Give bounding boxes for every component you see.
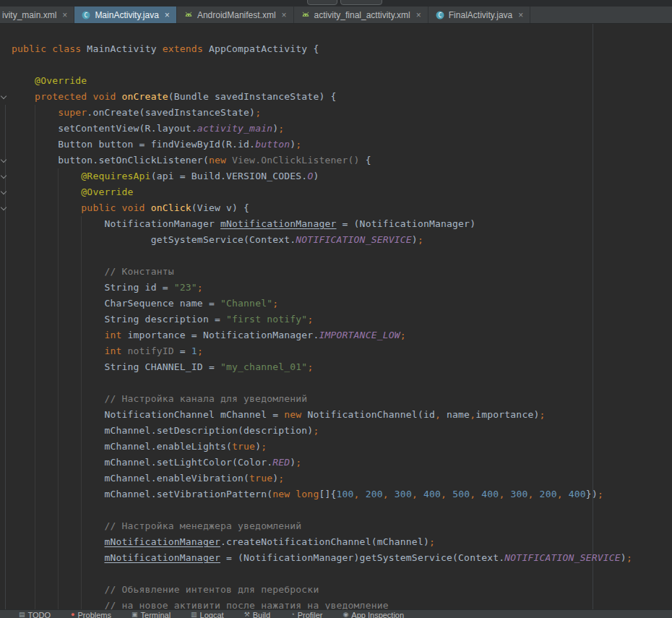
editor-tab-bar: ivity_main.xml × C MainActivity.java × A… xyxy=(0,7,672,24)
code-line[interactable]: setContentView(R.layout.activity_main); xyxy=(12,121,672,137)
code-line[interactable]: // на новое активити после нажатия на ув… xyxy=(12,598,672,609)
tab-label: ivity_main.xml xyxy=(2,10,56,20)
close-icon[interactable]: × xyxy=(165,11,170,20)
code-area[interactable]: public class MainActivity extends AppCom… xyxy=(0,24,672,609)
code-line[interactable]: mChannel.setLightColor(Color.RED); xyxy=(12,455,672,471)
tool-label: TODO xyxy=(28,611,51,618)
tab-activity-main-xml[interactable]: ivity_main.xml × xyxy=(0,7,74,23)
java-class-icon: C xyxy=(81,10,91,20)
tab-label: MainActivity.java xyxy=(95,10,158,20)
code-line[interactable]: getSystemService(Context.NOTIFICATION_SE… xyxy=(12,232,672,248)
tab-finalactivity-java[interactable]: C FinalActivity.java × xyxy=(428,7,531,23)
problems-icon: ● xyxy=(71,611,74,618)
tab-label: activity_final_acttivity.xml xyxy=(314,10,410,20)
code-line[interactable] xyxy=(12,375,672,391)
tab-activity-final-acttivity-xml[interactable]: activity_final_acttivity.xml × xyxy=(294,7,428,23)
tool-window-button-build[interactable]: ⚒ Build xyxy=(244,611,271,618)
code-line[interactable] xyxy=(12,57,672,73)
tool-window-button-profiler[interactable]: ◔ Profiler xyxy=(290,611,322,618)
java-class-icon: C xyxy=(435,10,445,20)
code-line[interactable]: // Обьявление интентов для переброски xyxy=(12,582,672,598)
code-line[interactable]: mChannel.enableVibration(true); xyxy=(12,471,672,486)
code-line[interactable] xyxy=(12,248,672,264)
tool-window-bar: ▤ TODO ● Problems ▣ Terminal ▥ Logcat ⚒ … xyxy=(0,609,672,618)
code-line[interactable]: protected void onCreate(Bundle savedInst… xyxy=(12,89,672,105)
tab-mainactivity-java[interactable]: C MainActivity.java × xyxy=(74,7,177,23)
tab-androidmanifest-xml[interactable]: AndroidManifest.xml × xyxy=(177,7,294,23)
tool-label: Logcat xyxy=(200,611,224,618)
code-line[interactable] xyxy=(12,566,672,582)
code-line[interactable]: Button button = findViewById(R.id.button… xyxy=(12,137,672,153)
terminal-icon: ▣ xyxy=(132,611,138,618)
code-line[interactable]: NotificationChannel mChannel = new Notif… xyxy=(12,407,672,423)
code-line[interactable]: int importance = NotificationManager.IMP… xyxy=(12,327,672,343)
tool-window-button-problems[interactable]: ● Problems xyxy=(71,611,111,618)
tool-window-button-app-inspection[interactable]: ◉ App Inspection xyxy=(343,611,404,618)
tool-label: Profiler xyxy=(298,611,323,618)
tool-label: Terminal xyxy=(141,611,171,618)
code-line[interactable]: String CHANNEL_ID = "my_channel_01"; xyxy=(12,359,672,375)
main-toolbar xyxy=(0,0,672,7)
svg-text:C: C xyxy=(85,12,88,19)
code-line[interactable]: mNotificationManager.createNotificationC… xyxy=(12,534,672,550)
close-icon[interactable]: × xyxy=(518,11,523,20)
tool-label: Problems xyxy=(78,611,111,618)
close-icon[interactable]: × xyxy=(282,11,287,20)
code-line[interactable]: int notifyID = 1; xyxy=(12,343,672,359)
tab-label: FinalActivity.java xyxy=(449,10,512,20)
code-line[interactable]: String description = "first notify"; xyxy=(12,312,672,327)
code-line[interactable]: CharSequence name = "Channel"; xyxy=(12,296,672,312)
code-line[interactable]: @Override xyxy=(12,184,672,200)
toolbar-widget[interactable] xyxy=(307,0,337,5)
profiler-icon: ◔ xyxy=(290,611,294,618)
tool-window-button-todo[interactable]: ▤ TODO xyxy=(19,611,51,618)
logcat-icon: ▥ xyxy=(191,611,197,618)
android-icon xyxy=(301,10,311,20)
code-line[interactable]: mChannel.setDescription(description); xyxy=(12,423,672,439)
android-icon xyxy=(184,10,194,20)
code-line[interactable]: super.onCreate(savedInstanceState); xyxy=(12,105,672,121)
code-line[interactable]: String id = "23"; xyxy=(12,280,672,296)
code-line[interactable]: // Настройка менеджера уведомлений xyxy=(12,518,672,534)
code-line[interactable]: mChannel.setVibrationPattern(new long[]{… xyxy=(12,486,672,502)
code-line[interactable]: mChannel.enableLights(true); xyxy=(12,439,672,455)
tool-window-button-terminal[interactable]: ▣ Terminal xyxy=(132,611,171,618)
close-icon[interactable]: × xyxy=(416,11,421,20)
svg-text:C: C xyxy=(438,12,441,19)
todo-icon: ▤ xyxy=(19,611,25,618)
code-line[interactable]: button.setOnClickListener(new View.OnCli… xyxy=(12,153,672,168)
app-inspection-icon: ◉ xyxy=(343,611,348,618)
toolbar-widget[interactable] xyxy=(340,0,382,5)
tool-label: App Inspection xyxy=(351,611,404,618)
build-icon: ⚒ xyxy=(244,611,250,618)
code-line[interactable]: @RequiresApi(api = Build.VERSION_CODES.O… xyxy=(12,168,672,184)
tab-label: AndroidManifest.xml xyxy=(197,10,276,20)
editor[interactable]: public class MainActivity extends AppCom… xyxy=(0,24,672,609)
code-line[interactable]: public void onClick(View v) { xyxy=(12,200,672,216)
code-line[interactable]: NotificationManager mNotificationManager… xyxy=(12,216,672,232)
code-line[interactable]: // Константы xyxy=(12,264,672,280)
code-line[interactable]: public class MainActivity extends AppCom… xyxy=(12,41,672,57)
code-line[interactable] xyxy=(12,502,672,518)
close-icon[interactable]: × xyxy=(62,11,67,20)
code-line[interactable]: // Настройка канала для уведомлений xyxy=(12,391,672,407)
code-line[interactable]: @Override xyxy=(12,73,672,89)
tool-label: Build xyxy=(253,611,270,618)
tool-window-button-logcat[interactable]: ▥ Logcat xyxy=(191,611,224,618)
code-line[interactable]: mNotificationManager = (NotificationMana… xyxy=(12,550,672,566)
